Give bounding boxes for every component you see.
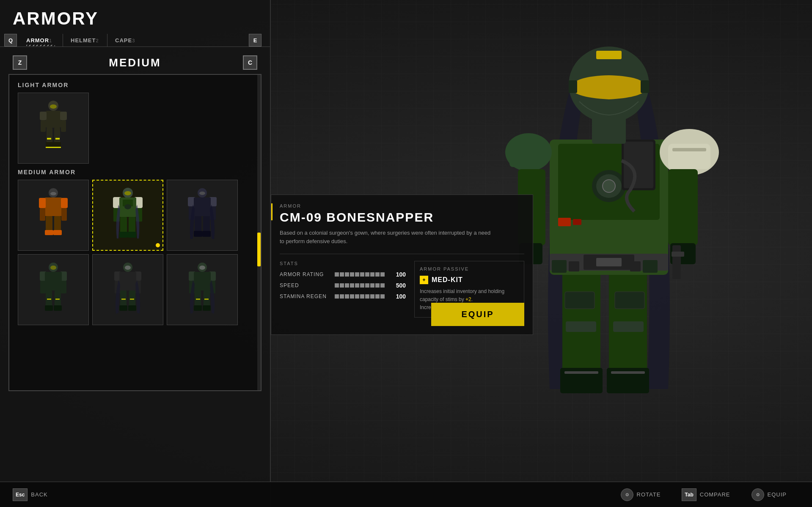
svg-rect-118 [596, 51, 622, 59]
item-figure [18, 93, 88, 163]
svg-rect-55 [40, 281, 46, 293]
stat-value-armor: 100 [389, 271, 406, 278]
item-card-med-4[interactable] [18, 254, 89, 325]
item-category: ARMOR [280, 203, 524, 208]
compare-key[interactable]: Tab [682, 488, 696, 501]
equip-key-bottom[interactable]: ⊙ [751, 488, 764, 501]
stats-header: STATS [280, 261, 406, 266]
passive-name-row: + MED-KIT [420, 276, 519, 284]
svg-rect-6 [61, 120, 66, 132]
equip-button[interactable]: EQUIP [431, 303, 524, 326]
medium-armor-row-1 [18, 180, 252, 251]
svg-rect-12 [53, 147, 61, 148]
tab-sep-1 [63, 34, 63, 47]
svg-rect-24 [45, 230, 53, 235]
svg-rect-73 [128, 305, 136, 311]
svg-point-40 [199, 192, 205, 195]
svg-rect-54 [45, 272, 62, 290]
svg-rect-112 [672, 245, 681, 279]
svg-rect-120 [641, 80, 649, 93]
header: ARMORY [0, 0, 270, 29]
svg-rect-38 [128, 232, 136, 238]
item-card-med-6[interactable] [167, 254, 238, 325]
tab-cape-num: 3 [132, 38, 135, 43]
passive-name: MED-KIT [432, 276, 463, 284]
svg-rect-67 [119, 272, 136, 290]
svg-rect-93 [564, 371, 598, 374]
svg-rect-4 [60, 112, 67, 120]
equip-action-bottom: ⊙ EQUIP [751, 488, 787, 501]
stat-value-speed: 500 [389, 282, 406, 289]
item-name: CM-09 BONESNAPPER [280, 210, 524, 225]
tab-helmet[interactable]: HELMET 2 [64, 35, 106, 46]
passive-highlight-1: +2 [465, 296, 471, 302]
svg-rect-125 [569, 261, 579, 271]
svg-point-16 [50, 192, 56, 195]
armor-figure-med-2 [111, 188, 145, 243]
svg-rect-124 [643, 260, 658, 273]
stat-value-stamina: 100 [389, 293, 406, 300]
svg-point-27 [124, 191, 131, 195]
equip-label-bottom: EQUIP [768, 491, 787, 498]
svg-rect-48 [194, 231, 202, 237]
svg-rect-80 [194, 272, 211, 290]
right-panel: ARMOR CM-09 BONESNAPPER Based on a colon… [271, 0, 812, 507]
svg-rect-121 [558, 218, 571, 226]
page-title: ARMORY [13, 8, 257, 29]
back-key[interactable]: Esc [13, 488, 28, 501]
stat-row-stamina: STAMINA REGEN 100 [280, 293, 406, 300]
category-prev-key[interactable]: Z [13, 55, 27, 70]
category-nav: Z MEDIUM C [0, 47, 270, 74]
scrollbar[interactable] [257, 75, 261, 390]
svg-point-32 [124, 204, 131, 209]
svg-rect-5 [41, 120, 46, 132]
svg-rect-18 [39, 198, 46, 208]
svg-rect-94 [611, 371, 645, 374]
armor-figure-med-5 [111, 262, 145, 317]
rotate-label: ROTATE [637, 491, 661, 498]
svg-rect-102 [596, 258, 622, 266]
tab-next-key[interactable]: E [249, 34, 261, 47]
stat-bar-speed [335, 283, 385, 288]
medium-armor-row-2 [18, 254, 252, 325]
item-card-med-3[interactable] [167, 180, 238, 251]
svg-rect-127 [565, 292, 595, 309]
items-inner: LIGHT ARMOR [9, 75, 261, 335]
divider [280, 254, 524, 254]
svg-rect-88 [204, 299, 209, 300]
rotate-key[interactable]: ⊙ [621, 488, 633, 501]
section-light-label: LIGHT ARMOR [18, 82, 252, 88]
left-panel: ARMORY Q ARMOR 1 HELMET 2 CAPE 3 E [0, 0, 271, 507]
item-card-med-1[interactable] [18, 180, 89, 251]
svg-rect-72 [119, 305, 127, 311]
svg-point-99 [603, 180, 615, 192]
item-card-light-1[interactable] [18, 93, 89, 164]
stat-row-speed: SPEED 500 [280, 282, 406, 289]
svg-rect-130 [613, 321, 644, 332]
svg-rect-14 [55, 138, 60, 140]
tab-sep-2 [107, 34, 107, 47]
compare-label: COMPARE [700, 491, 730, 498]
item-card-med-2[interactable] [92, 180, 163, 251]
tab-prev-key[interactable]: Q [4, 34, 17, 47]
svg-rect-43 [194, 197, 211, 216]
armor-figure-med-1 [36, 188, 70, 243]
armor-figure-light [36, 101, 70, 156]
category-title: MEDIUM [109, 56, 161, 69]
light-armor-row [18, 93, 252, 164]
svg-rect-19 [61, 198, 68, 208]
tab-cape-label: CAPE [115, 37, 132, 44]
stat-name-stamina: STAMINA REGEN [280, 293, 330, 299]
tab-helmet-label: HELMET [71, 37, 96, 44]
tab-cape[interactable]: CAPE 3 [108, 35, 151, 46]
svg-rect-109 [509, 144, 543, 167]
equip-button-label: EQUIP [461, 310, 494, 319]
item-card-med-5[interactable] [92, 254, 163, 325]
category-next-key[interactable]: C [243, 55, 257, 70]
svg-rect-107 [672, 148, 706, 151]
svg-rect-85 [194, 305, 202, 311]
svg-rect-2 [46, 111, 61, 128]
svg-point-64 [125, 266, 131, 270]
info-panel: ARMOR CM-09 BONESNAPPER Based on a colon… [271, 195, 533, 335]
tab-armor[interactable]: ARMOR 1 [19, 35, 62, 46]
